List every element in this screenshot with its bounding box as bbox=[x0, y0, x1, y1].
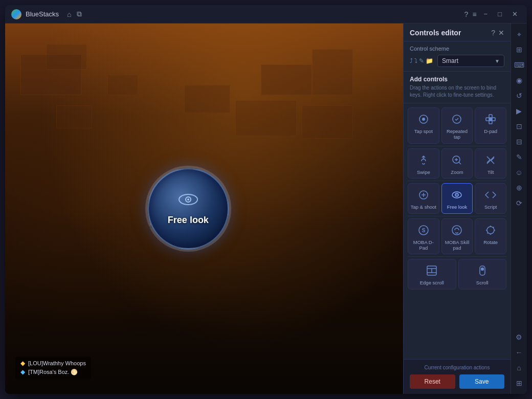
moba-dpad-icon: S bbox=[417, 223, 430, 237]
svg-rect-10 bbox=[489, 118, 492, 121]
minimize-button[interactable]: − bbox=[481, 9, 491, 19]
svg-point-15 bbox=[456, 194, 457, 195]
moba-dpad-label: MOBA D-Pad bbox=[410, 239, 437, 251]
window-controls: ? ≡ − □ ✕ bbox=[464, 9, 521, 19]
controls-grid: Tap spot Repeated tap bbox=[404, 103, 511, 359]
scheme-icon-2[interactable]: ⤵ bbox=[414, 57, 417, 64]
panel-header: Controls editor ? ✕ bbox=[404, 24, 511, 41]
svg-rect-22 bbox=[481, 268, 484, 271]
tap-spot-label: Tap spot bbox=[414, 128, 433, 134]
svg-point-4 bbox=[422, 118, 425, 121]
sidebar-icon-apps[interactable]: ⊞ bbox=[513, 376, 526, 390]
icon-sidebar: ⌖ ⊞ ⌨ ◉ ↺ ▶ ⊡ ⊟ ✎ ☺ ⊕ ⟳ ⚙ ← ⌂ ⊞ bbox=[511, 24, 527, 394]
scheme-icon-4[interactable]: 📁 bbox=[426, 57, 433, 64]
grid-row-1: Tap spot Repeated tap bbox=[408, 107, 506, 144]
menu-icon[interactable]: ≡ bbox=[472, 10, 476, 18]
chat-line1: [LOU]Wrathhy Whoops bbox=[28, 360, 86, 366]
sidebar-icon-keyboard[interactable]: ⌨ bbox=[513, 58, 526, 72]
sidebar-icon-gamepad[interactable]: ⊞ bbox=[513, 43, 526, 56]
help-icon[interactable]: ? bbox=[464, 10, 469, 18]
tap-shoot-icon bbox=[417, 188, 430, 202]
close-button[interactable]: ✕ bbox=[509, 9, 521, 19]
svg-point-19 bbox=[487, 227, 494, 234]
footer-buttons: Reset Save bbox=[410, 374, 504, 389]
control-rotate[interactable]: Rotate bbox=[475, 218, 506, 255]
control-tap-spot[interactable]: Tap spot bbox=[408, 107, 439, 144]
eye-icon bbox=[178, 192, 198, 211]
control-tilt[interactable]: Tilt bbox=[475, 148, 506, 179]
grid-row-2: Swipe Zoom bbox=[408, 148, 506, 179]
control-dpad[interactable]: D-pad bbox=[475, 107, 506, 144]
control-scheme-section: Control scheme ⤴ ⤵ ✎ 📁 Smart ▼ bbox=[404, 41, 511, 72]
sidebar-icon-sync[interactable]: ⟳ bbox=[513, 196, 526, 210]
sidebar-icon-camera[interactable]: ◉ bbox=[513, 74, 526, 87]
app-window: BlueStacks ⌂ ⧉ ? ≡ − □ ✕ bbox=[5, 5, 527, 394]
sidebar-icon-folder[interactable]: ⊟ bbox=[513, 135, 526, 148]
control-swipe[interactable]: Swipe bbox=[408, 148, 439, 179]
grid-row-4: S MOBA D-Pad MOBA S bbox=[408, 218, 506, 255]
bluestacks-logo bbox=[11, 9, 21, 19]
app-title: BlueStacks bbox=[26, 10, 59, 18]
footer-label: Current configuration actions bbox=[410, 365, 504, 370]
zoom-icon bbox=[451, 153, 463, 167]
copy-icon[interactable]: ⧉ bbox=[77, 10, 82, 18]
panel-title: Controls editor bbox=[410, 29, 461, 37]
home-icon[interactable]: ⌂ bbox=[67, 10, 71, 18]
tap-spot-icon bbox=[417, 112, 430, 126]
script-icon bbox=[484, 188, 497, 202]
control-moba-dpad[interactable]: S MOBA D-Pad bbox=[408, 218, 439, 255]
control-zoom[interactable]: Zoom bbox=[441, 148, 473, 179]
reset-button[interactable]: Reset bbox=[410, 374, 455, 389]
svg-rect-9 bbox=[492, 118, 495, 121]
control-scroll[interactable]: Scroll bbox=[458, 259, 507, 289]
tilt-label: Tilt bbox=[487, 169, 494, 175]
sidebar-icon-refresh[interactable]: ↺ bbox=[513, 89, 526, 102]
scheme-dropdown[interactable]: Smart ▼ bbox=[437, 55, 504, 67]
panel-footer: Current configuration actions Reset Save bbox=[404, 359, 511, 394]
moba-skill-icon bbox=[451, 223, 463, 237]
help-panel-icon[interactable]: ? bbox=[491, 29, 495, 37]
rotate-label: Rotate bbox=[483, 239, 498, 245]
scroll-label: Scroll bbox=[476, 280, 489, 285]
add-controls-section: Add controls Drag the actions on the scr… bbox=[404, 72, 511, 103]
control-free-look[interactable]: Free look bbox=[441, 183, 473, 213]
sidebar-icon-back[interactable]: ← bbox=[513, 346, 526, 359]
dpad-label: D-pad bbox=[484, 128, 497, 134]
freelook-label: Free look bbox=[168, 215, 209, 226]
svg-text:S: S bbox=[422, 228, 425, 233]
add-controls-title: Add controls bbox=[410, 76, 504, 83]
sidebar-icon-search[interactable]: ⌖ bbox=[513, 28, 526, 41]
control-edge-scroll[interactable]: Edge scroll bbox=[408, 259, 456, 289]
sidebar-icon-person[interactable]: ☺ bbox=[513, 166, 526, 179]
grid-row-5: Edge scroll Scroll bbox=[408, 259, 506, 289]
scheme-icon-3[interactable]: ✎ bbox=[419, 57, 424, 64]
close-panel-icon[interactable]: ✕ bbox=[498, 29, 504, 37]
edge-scroll-label: Edge scroll bbox=[420, 280, 444, 285]
save-button[interactable]: Save bbox=[459, 374, 505, 389]
sidebar-icon-layers[interactable]: ⊕ bbox=[513, 181, 526, 194]
control-moba-skill[interactable]: MOBA Skill pad bbox=[441, 218, 473, 255]
control-tap-shoot[interactable]: Tap & shoot bbox=[408, 183, 439, 213]
sidebar-icon-edit[interactable]: ✎ bbox=[513, 150, 526, 164]
dpad-icon bbox=[484, 112, 497, 126]
panel-header-icons: ? ✕ bbox=[491, 29, 504, 37]
main-area: Free look ◆ [LOU]Wrathhy Whoops ◆ [TM]Ro… bbox=[5, 24, 527, 394]
sidebar-icon-photo[interactable]: ⊡ bbox=[513, 120, 526, 133]
sidebar-icon-settings[interactable]: ⚙ bbox=[513, 330, 526, 344]
title-bar-icons: ⌂ ⧉ bbox=[67, 10, 81, 18]
sidebar-icon-home[interactable]: ⌂ bbox=[513, 361, 526, 374]
free-look-label: Free look bbox=[447, 204, 468, 210]
maximize-button[interactable]: □ bbox=[495, 9, 505, 19]
control-repeated-tap[interactable]: Repeated tap bbox=[441, 107, 473, 144]
repeated-tap-label: Repeated tap bbox=[444, 128, 471, 140]
script-label: Script bbox=[484, 204, 497, 210]
game-viewport[interactable]: Free look ◆ [LOU]Wrathhy Whoops ◆ [TM]Ro… bbox=[5, 24, 403, 394]
controls-panel: Controls editor ? ✕ Control scheme ⤴ ⤵ ✎… bbox=[403, 24, 511, 394]
sidebar-icon-media[interactable]: ▶ bbox=[513, 104, 526, 118]
scheme-label: Control scheme bbox=[410, 46, 504, 52]
scheme-icon-1[interactable]: ⤴ bbox=[410, 57, 413, 64]
freelook-circle: Free look bbox=[147, 168, 229, 250]
moba-skill-label: MOBA Skill pad bbox=[444, 239, 471, 251]
scheme-value: Smart bbox=[442, 57, 458, 64]
control-script[interactable]: Script bbox=[475, 183, 506, 213]
